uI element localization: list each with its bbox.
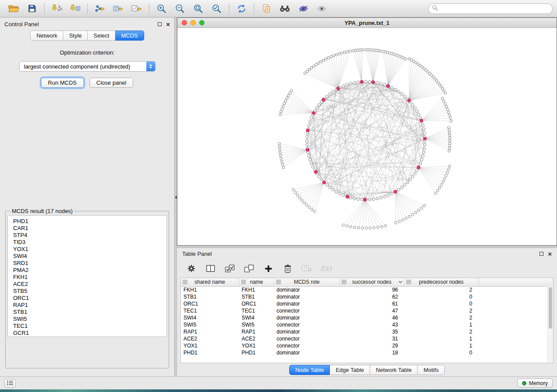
tab-select[interactable]: Select	[88, 31, 115, 41]
node-table: shared namenameMCDS rolesuccessor nodesp…	[181, 278, 553, 356]
table-row[interactable]: FKH1FKH1dominator962	[181, 286, 553, 293]
search-field[interactable]	[428, 3, 553, 14]
toolbar-divider	[44, 3, 45, 14]
create-column-button[interactable]	[262, 261, 275, 275]
deselect-all-rows-button[interactable]	[242, 261, 256, 275]
table-row[interactable]: TEC1TEC1connector472	[181, 307, 553, 314]
open-session-button[interactable]	[4, 2, 23, 16]
tab-network[interactable]: Network	[30, 31, 63, 41]
zoom-in-button[interactable]	[152, 2, 171, 16]
criterion-value: largest connected component (undirected)	[24, 63, 131, 70]
mcds-result-item[interactable]: ORC1	[13, 295, 166, 302]
toolbar-divider	[254, 3, 254, 14]
select-all-rows-button[interactable]	[223, 261, 236, 275]
show-all-button[interactable]	[312, 2, 331, 16]
function-builder-button: f(x)	[319, 261, 332, 275]
import-table-button[interactable]	[66, 2, 84, 16]
column-header-filler	[478, 278, 553, 286]
hide-selected-button[interactable]	[294, 2, 312, 16]
search-input[interactable]	[440, 6, 549, 12]
column-header-successor-nodes[interactable]: successor nodes	[339, 278, 404, 286]
mcds-result-item[interactable]: CAR1	[13, 225, 166, 232]
table-toolbar: f(x)	[177, 259, 557, 278]
table-row[interactable]: RAP1RAP1dominator352	[181, 328, 553, 335]
column-header-MCDS-role[interactable]: MCDS role	[274, 278, 339, 286]
mcds-result-item[interactable]: SWI4	[13, 253, 166, 260]
mcds-result-item[interactable]: PMA2	[13, 267, 166, 274]
export-image-button[interactable]	[128, 2, 146, 16]
control-panel: Control Panel × NetworkStyleSelectMCDS O…	[0, 17, 175, 376]
table-panel: Table Panel × f(x) shared namenameMCDS r…	[177, 248, 557, 376]
close-table-panel-icon[interactable]: ×	[548, 252, 552, 256]
mcds-result-item[interactable]: GCR1	[13, 330, 166, 337]
zoom-selected-button[interactable]	[208, 2, 226, 16]
save-session-button[interactable]	[23, 2, 41, 16]
tab-node-table[interactable]: Node Table	[289, 365, 330, 375]
column-header-shared-name[interactable]: shared name	[181, 278, 239, 286]
mcds-result-list: PHD1CAR1STP4TID3YOX1SWI4SRD1PMA2FKH1ACE2…	[7, 215, 167, 337]
optimization-criterion-label: Optimization criterion:	[3, 49, 171, 56]
mcds-result-item[interactable]: PHD1	[13, 218, 166, 225]
tab-style[interactable]: Style	[63, 31, 88, 41]
memory-button[interactable]: Memory	[517, 378, 553, 388]
export-network-button[interactable]	[91, 2, 109, 16]
column-header-name[interactable]: name	[239, 278, 274, 286]
mcds-result-item[interactable]: YOX1	[13, 246, 166, 253]
table-row[interactable]: SWI5SWI5connector431	[181, 321, 553, 328]
mcds-result-item[interactable]: RAP1	[13, 302, 166, 309]
column-header-predecessor-nodes[interactable]: predecessor nodes	[404, 278, 478, 286]
table-row[interactable]: ACE2ACE2connector311	[181, 335, 553, 342]
float-table-panel-icon[interactable]	[540, 252, 543, 256]
table-row[interactable]: ORC1ORC1dominator610	[181, 300, 553, 307]
mcds-result-item[interactable]: TEC1	[13, 323, 166, 330]
main-toolbar	[0, 0, 557, 17]
mcds-result-item[interactable]: ACE2	[13, 281, 166, 288]
tab-edge-table[interactable]: Edge Table	[330, 365, 370, 375]
mcds-result-item[interactable]: STB1	[13, 309, 166, 316]
criterion-dropdown[interactable]: largest connected component (undirected)	[19, 61, 156, 72]
float-panel-icon[interactable]	[158, 22, 162, 26]
mcds-result-item[interactable]: TID3	[13, 239, 166, 246]
column-visibility-button[interactable]	[204, 261, 217, 275]
panel-menu-button[interactable]	[4, 379, 16, 388]
cytoscape-app: Control Panel × NetworkStyleSelectMCDS O…	[0, 0, 557, 392]
column-grid-icon	[342, 280, 346, 285]
collapse-arrow-icon[interactable]	[175, 196, 177, 199]
mcds-result-item[interactable]: STB5	[13, 288, 166, 295]
network-window-title: YPA_prune.txt_1	[177, 20, 557, 26]
table-settings-button[interactable]	[185, 261, 198, 275]
tab-motifs[interactable]: Motifs	[418, 365, 445, 375]
table-row[interactable]: PHD1PHD1dominator180	[181, 349, 553, 356]
tab-mcds[interactable]: MCDS	[115, 31, 144, 41]
find-button[interactable]	[276, 2, 294, 16]
node-table-container: shared namenameMCDS rolesuccessor nodesp…	[180, 278, 554, 363]
mcds-result-item[interactable]: FKH1	[13, 274, 166, 281]
table-row[interactable]: SWI4SWI4dominator462	[181, 314, 553, 321]
run-mcds-button[interactable]: Run MCDS	[41, 78, 84, 88]
network-canvas[interactable]	[177, 28, 557, 245]
refresh-button[interactable]	[232, 2, 251, 16]
mcds-result-item[interactable]: SRD1	[13, 260, 166, 267]
delete-column-button[interactable]	[281, 261, 294, 275]
zoom-fit-button[interactable]	[189, 2, 208, 16]
network-titlebar: YPA_prune.txt_1	[177, 18, 557, 28]
control-panel-title: Control Panel	[4, 21, 39, 28]
mcds-result-item[interactable]: SWI5	[13, 316, 166, 323]
toolbar-divider	[149, 3, 149, 14]
close-panel-icon[interactable]: ×	[166, 22, 170, 26]
table-scrollbar-track	[547, 286, 553, 363]
close-panel-button[interactable]: Close panel	[90, 78, 134, 88]
tab-network-table[interactable]: Network Table	[370, 365, 418, 375]
search-icon	[432, 5, 438, 13]
sort-chevron-icon	[398, 281, 402, 283]
table-panel-header: Table Panel ×	[177, 248, 557, 259]
vertical-splitter[interactable]	[175, 17, 177, 376]
table-row[interactable]: YOX1YOX1connector291	[181, 342, 553, 349]
copy-network-button[interactable]	[257, 2, 276, 16]
export-table-button[interactable]	[109, 2, 128, 16]
table-row[interactable]: STB1STB1dominator620	[181, 293, 553, 300]
zoom-out-button[interactable]	[171, 2, 189, 16]
import-network-button[interactable]	[48, 2, 66, 16]
mcds-result-item[interactable]: STP4	[13, 232, 166, 239]
table-scrollbar-thumb[interactable]	[549, 287, 552, 329]
